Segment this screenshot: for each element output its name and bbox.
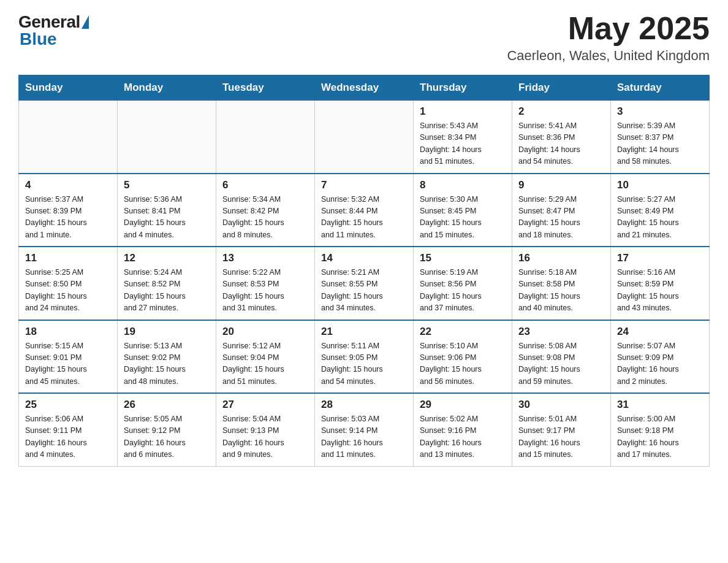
day-number: 1 [420, 105, 506, 118]
calendar-cell: 26Sunrise: 5:05 AM Sunset: 9:12 PM Dayli… [118, 393, 216, 466]
calendar-cell: 1Sunrise: 5:43 AM Sunset: 8:34 PM Daylig… [414, 101, 512, 174]
day-number: 13 [222, 252, 308, 264]
calendar-header-row: SundayMondayTuesdayWednesdayThursdayFrid… [19, 75, 710, 101]
day-number: 5 [124, 179, 210, 191]
day-of-week-header: Thursday [414, 75, 512, 101]
day-info: Sunrise: 5:06 AM Sunset: 9:11 PM Dayligh… [25, 413, 111, 461]
day-info: Sunrise: 5:18 AM Sunset: 8:58 PM Dayligh… [518, 267, 604, 315]
calendar-week-row: 4Sunrise: 5:37 AM Sunset: 8:39 PM Daylig… [19, 174, 710, 247]
day-info: Sunrise: 5:13 AM Sunset: 9:02 PM Dayligh… [124, 340, 210, 388]
day-number: 16 [518, 252, 604, 264]
day-number: 8 [420, 179, 506, 191]
day-number: 20 [222, 326, 308, 338]
day-number: 9 [518, 179, 604, 191]
calendar-cell: 31Sunrise: 5:00 AM Sunset: 9:18 PM Dayli… [611, 393, 710, 466]
calendar-cell [315, 101, 414, 174]
calendar-cell: 23Sunrise: 5:08 AM Sunset: 9:08 PM Dayli… [512, 320, 611, 394]
calendar-cell: 14Sunrise: 5:21 AM Sunset: 8:55 PM Dayli… [315, 247, 414, 320]
calendar-cell: 10Sunrise: 5:27 AM Sunset: 8:49 PM Dayli… [611, 174, 710, 247]
day-info: Sunrise: 5:43 AM Sunset: 8:34 PM Dayligh… [420, 120, 506, 168]
day-info: Sunrise: 5:15 AM Sunset: 9:01 PM Dayligh… [25, 340, 111, 388]
calendar-cell: 12Sunrise: 5:24 AM Sunset: 8:52 PM Dayli… [118, 247, 216, 320]
calendar-cell: 9Sunrise: 5:29 AM Sunset: 8:47 PM Daylig… [512, 174, 611, 247]
calendar-cell: 15Sunrise: 5:19 AM Sunset: 8:56 PM Dayli… [414, 247, 512, 320]
day-of-week-header: Sunday [19, 75, 118, 101]
logo: General Blue [18, 12, 89, 49]
day-number: 12 [124, 252, 210, 264]
day-info: Sunrise: 5:01 AM Sunset: 9:17 PM Dayligh… [518, 413, 604, 461]
day-number: 26 [124, 399, 210, 411]
calendar-cell [216, 101, 315, 174]
day-number: 15 [420, 252, 506, 264]
day-number: 24 [617, 326, 703, 338]
calendar-cell: 8Sunrise: 5:30 AM Sunset: 8:45 PM Daylig… [414, 174, 512, 247]
day-of-week-header: Monday [118, 75, 216, 101]
day-number: 11 [25, 252, 111, 264]
day-info: Sunrise: 5:39 AM Sunset: 8:37 PM Dayligh… [617, 120, 703, 168]
calendar-cell [19, 101, 118, 174]
title-section: May 2025 Caerleon, Wales, United Kingdom [507, 12, 710, 64]
day-info: Sunrise: 5:21 AM Sunset: 8:55 PM Dayligh… [321, 267, 407, 315]
day-info: Sunrise: 5:11 AM Sunset: 9:05 PM Dayligh… [321, 340, 407, 388]
day-number: 25 [25, 399, 111, 411]
calendar-cell: 16Sunrise: 5:18 AM Sunset: 8:58 PM Dayli… [512, 247, 611, 320]
calendar-cell: 18Sunrise: 5:15 AM Sunset: 9:01 PM Dayli… [19, 320, 118, 394]
day-info: Sunrise: 5:02 AM Sunset: 9:16 PM Dayligh… [420, 413, 506, 461]
day-info: Sunrise: 5:03 AM Sunset: 9:14 PM Dayligh… [321, 413, 407, 461]
calendar-cell: 21Sunrise: 5:11 AM Sunset: 9:05 PM Dayli… [315, 320, 414, 394]
day-info: Sunrise: 5:24 AM Sunset: 8:52 PM Dayligh… [124, 267, 210, 315]
day-number: 6 [222, 179, 308, 191]
calendar-cell: 27Sunrise: 5:04 AM Sunset: 9:13 PM Dayli… [216, 393, 315, 466]
logo-triangle-icon [82, 15, 89, 29]
logo-blue-text: Blue [20, 29, 57, 49]
day-info: Sunrise: 5:27 AM Sunset: 8:49 PM Dayligh… [617, 194, 703, 242]
calendar-cell: 25Sunrise: 5:06 AM Sunset: 9:11 PM Dayli… [19, 393, 118, 466]
day-number: 17 [617, 252, 703, 264]
day-info: Sunrise: 5:25 AM Sunset: 8:50 PM Dayligh… [25, 267, 111, 315]
calendar-cell: 19Sunrise: 5:13 AM Sunset: 9:02 PM Dayli… [118, 320, 216, 394]
day-info: Sunrise: 5:10 AM Sunset: 9:06 PM Dayligh… [420, 340, 506, 388]
calendar-cell: 11Sunrise: 5:25 AM Sunset: 8:50 PM Dayli… [19, 247, 118, 320]
calendar-week-row: 11Sunrise: 5:25 AM Sunset: 8:50 PM Dayli… [19, 247, 710, 320]
day-number: 19 [124, 326, 210, 338]
month-title: May 2025 [507, 12, 710, 44]
day-info: Sunrise: 5:19 AM Sunset: 8:56 PM Dayligh… [420, 267, 506, 315]
day-info: Sunrise: 5:05 AM Sunset: 9:12 PM Dayligh… [124, 413, 210, 461]
day-of-week-header: Friday [512, 75, 611, 101]
day-number: 29 [420, 399, 506, 411]
calendar-cell: 20Sunrise: 5:12 AM Sunset: 9:04 PM Dayli… [216, 320, 315, 394]
day-number: 10 [617, 179, 703, 191]
day-info: Sunrise: 5:37 AM Sunset: 8:39 PM Dayligh… [25, 194, 111, 242]
calendar-cell: 2Sunrise: 5:41 AM Sunset: 8:36 PM Daylig… [512, 101, 611, 174]
day-number: 31 [617, 399, 703, 411]
calendar-cell: 3Sunrise: 5:39 AM Sunset: 8:37 PM Daylig… [611, 101, 710, 174]
day-number: 23 [518, 326, 604, 338]
day-number: 4 [25, 179, 111, 191]
calendar-cell: 7Sunrise: 5:32 AM Sunset: 8:44 PM Daylig… [315, 174, 414, 247]
calendar-cell [118, 101, 216, 174]
calendar-cell: 4Sunrise: 5:37 AM Sunset: 8:39 PM Daylig… [19, 174, 118, 247]
calendar-cell: 30Sunrise: 5:01 AM Sunset: 9:17 PM Dayli… [512, 393, 611, 466]
day-of-week-header: Wednesday [315, 75, 414, 101]
day-of-week-header: Saturday [611, 75, 710, 101]
day-number: 27 [222, 399, 308, 411]
calendar-cell: 5Sunrise: 5:36 AM Sunset: 8:41 PM Daylig… [118, 174, 216, 247]
day-info: Sunrise: 5:22 AM Sunset: 8:53 PM Dayligh… [222, 267, 308, 315]
day-info: Sunrise: 5:16 AM Sunset: 8:59 PM Dayligh… [617, 267, 703, 315]
calendar-cell: 17Sunrise: 5:16 AM Sunset: 8:59 PM Dayli… [611, 247, 710, 320]
day-number: 22 [420, 326, 506, 338]
page-header: General Blue May 2025 Caerleon, Wales, U… [18, 12, 710, 64]
day-info: Sunrise: 5:29 AM Sunset: 8:47 PM Dayligh… [518, 194, 604, 242]
calendar-cell: 24Sunrise: 5:07 AM Sunset: 9:09 PM Dayli… [611, 320, 710, 394]
day-info: Sunrise: 5:34 AM Sunset: 8:42 PM Dayligh… [222, 194, 308, 242]
day-number: 14 [321, 252, 407, 264]
calendar-week-row: 18Sunrise: 5:15 AM Sunset: 9:01 PM Dayli… [19, 320, 710, 394]
day-number: 18 [25, 326, 111, 338]
day-info: Sunrise: 5:07 AM Sunset: 9:09 PM Dayligh… [617, 340, 703, 388]
day-info: Sunrise: 5:08 AM Sunset: 9:08 PM Dayligh… [518, 340, 604, 388]
day-number: 21 [321, 326, 407, 338]
day-number: 28 [321, 399, 407, 411]
location-subtitle: Caerleon, Wales, United Kingdom [507, 48, 710, 64]
calendar-cell: 13Sunrise: 5:22 AM Sunset: 8:53 PM Dayli… [216, 247, 315, 320]
day-number: 7 [321, 179, 407, 191]
